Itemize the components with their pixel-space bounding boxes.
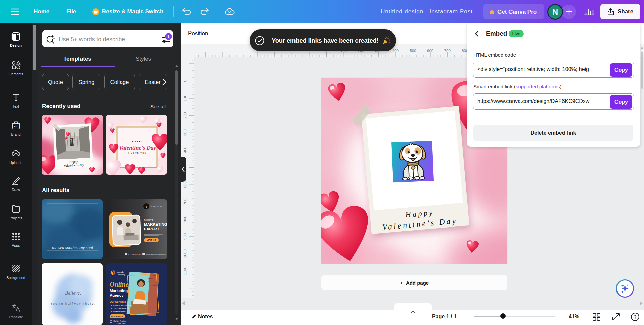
svg-text:EXPERT: EXPERT: [144, 227, 159, 231]
svg-text:Agency: Agency: [110, 293, 124, 297]
svg-text:Ingoude: Ingoude: [117, 271, 124, 273]
svg-text:Company: Company: [117, 274, 125, 276]
svg-text:I LOVE YOU: I LOVE YOU: [128, 152, 147, 154]
svg-text:Valentine's Day: Valentine's Day: [119, 145, 156, 151]
svg-text:900: 900: [183, 233, 187, 240]
svg-text:300: 300: [183, 129, 187, 136]
svg-text:0: 0: [183, 80, 187, 82]
svg-text:Call Us Anytime: Call Us Anytime: [113, 320, 126, 322]
svg-text:DIGITAL: DIGITAL: [144, 219, 155, 221]
svg-text:Online: Online: [110, 281, 129, 288]
svg-text:HAPPY: HAPPY: [132, 140, 143, 143]
svg-text:500: 500: [410, 49, 416, 53]
svg-text:+123-456-7890: +123-456-7890: [113, 323, 126, 325]
svg-text:• Corporate Finance: • Corporate Finance: [111, 307, 129, 309]
svg-text:100: 100: [183, 95, 187, 101]
svg-text:700: 700: [183, 199, 187, 205]
svg-text:600: 600: [427, 49, 433, 53]
svg-text:LEARN MORE: LEARN MORE: [111, 316, 124, 318]
svg-text:Believe,: Believe,: [65, 290, 81, 296]
svg-text:• Strategy and Planning: • Strategy and Planning: [111, 304, 132, 306]
svg-text:YOUR LOGO: YOUR LOGO: [151, 206, 162, 208]
svg-text:You're halfway there.: You're halfway there.: [50, 302, 96, 305]
svg-text:VISIT US: VISIT US: [147, 239, 156, 241]
svg-text:+123-456-7890: +123-456-7890: [128, 253, 141, 255]
svg-text:www.reallygreatsite.com: www.reallygreatsite.com: [146, 253, 166, 255]
svg-text:1100: 1100: [183, 267, 187, 275]
svg-text:800: 800: [183, 216, 187, 222]
svg-text:600: 600: [183, 181, 187, 188]
svg-text:the sea soothes my soul: the sea soothes my soul: [52, 245, 93, 250]
svg-text:400: 400: [183, 147, 187, 153]
svg-text:700: 700: [444, 49, 451, 53]
svg-text:co.: co.: [14, 125, 18, 128]
svg-text:• Market Research: • Market Research: [111, 310, 128, 312]
svg-text:400: 400: [392, 49, 399, 53]
svg-text:Marketing: Marketing: [110, 289, 128, 293]
svg-text:MARKETING: MARKETING: [144, 222, 167, 226]
svg-text:?: ?: [634, 314, 637, 320]
svg-text:1000: 1000: [183, 249, 187, 258]
svg-text:Our Services: Our Services: [110, 300, 126, 303]
svg-text:200: 200: [183, 112, 187, 119]
